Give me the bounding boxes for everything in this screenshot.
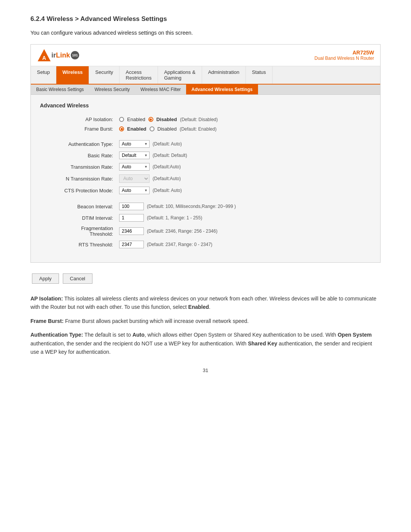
basic-rate-value: Default (Default: Default)	[116, 150, 371, 161]
tx-rate-select-wrapper: Auto	[119, 163, 150, 171]
auth-type-hint: (Default: Auto)	[153, 141, 182, 147]
tab-admin[interactable]: Administration	[202, 66, 246, 84]
settings-table: AP Isolation: Enabled Disabled (Default:…	[40, 115, 371, 255]
tab-security[interactable]: Security	[89, 66, 119, 84]
cts-hint: (Default: Auto)	[153, 188, 182, 193]
page-number: 31	[30, 367, 381, 373]
intro-text: You can configure various advanced wirel…	[30, 30, 381, 36]
rts-input[interactable]	[119, 241, 144, 248]
sub-tabs: Basic Wireless Settings Wireless Securit…	[31, 85, 380, 95]
frame-burst-row: Frame Burst: Enabled Disabled (Default: …	[40, 124, 371, 134]
basic-rate-select[interactable]: Default	[119, 152, 150, 159]
auth-type-shared-bold: Shared Key	[248, 340, 277, 347]
frag-input[interactable]	[119, 227, 144, 235]
n-tx-rate-hint: (Default:Auto)	[153, 176, 181, 181]
tab-status[interactable]: Status	[246, 66, 272, 84]
dtim-label: DTIM Interval:	[40, 212, 116, 224]
beacon-row: Beacon Interval: (Default: 100, Millisec…	[40, 201, 371, 212]
router-logo: A irLink 101	[37, 48, 79, 62]
rts-value: (Default: 2347, Range: 0 - 2347)	[116, 239, 371, 250]
ap-isolation-disabled-radio[interactable]	[148, 117, 153, 122]
basic-rate-row: Basic Rate: Default (Default: Default)	[40, 150, 371, 161]
subtab-advanced[interactable]: Advanced Wireless Settings	[186, 85, 258, 94]
frag-value: (Default: 2346, Range: 256 - 2346)	[116, 224, 371, 239]
rts-hint: (Default: 2347, Range: 0 - 2347)	[147, 242, 212, 247]
frame-burst-value: Enabled Disabled (Default: Enabled)	[116, 124, 371, 134]
auth-type-desc: Authentication Type: The default is set …	[30, 331, 381, 356]
basic-rate-select-wrapper: Default	[119, 152, 150, 159]
ap-isolation-row: AP Isolation: Enabled Disabled (Default:…	[40, 115, 371, 124]
tx-rate-select[interactable]: Auto	[119, 163, 150, 171]
beacon-input[interactable]	[119, 203, 144, 210]
frame-burst-disabled-label: Disabled	[158, 126, 177, 132]
n-tx-rate-row: N Transmission Rate: Auto (Default:Auto)	[40, 173, 371, 185]
router-header: A irLink 101 AR725W Dual Band Wireless N…	[31, 45, 380, 66]
subtab-security[interactable]: Wireless Security	[89, 85, 135, 94]
ap-isolation-hint: (Default: Disabled)	[180, 117, 218, 122]
frame-burst-hint: (Default: Enabled)	[180, 126, 217, 132]
model-name: AR725W	[314, 50, 374, 56]
button-row: Apply Cancel	[30, 273, 381, 284]
logo-ir: ir	[51, 51, 56, 59]
beacon-label: Beacon Interval:	[40, 201, 116, 212]
frame-burst-desc: Frame Burst: Frame Burst allows packet b…	[30, 317, 381, 325]
beacon-value: (Default: 100, Milliseconds,Range: 20~99…	[116, 201, 371, 212]
ap-isolation-value: Enabled Disabled (Default: Disabled)	[116, 115, 371, 124]
auth-type-label: Authentication Type:	[40, 138, 116, 150]
ap-isolation-desc: AP Isolation: This isolates all wireless…	[30, 294, 381, 312]
frag-row: FragmentationThreshold: (Default: 2346, …	[40, 224, 371, 239]
frag-hint: (Default: 2346, Range: 256 - 2346)	[147, 228, 217, 234]
airlink-logo-icon: A	[37, 48, 51, 62]
ap-isolation-desc-title: AP Isolation:	[30, 296, 63, 302]
dtim-input[interactable]	[119, 214, 144, 222]
logo-link: Link	[56, 51, 70, 59]
cts-value: Auto (Default: Auto)	[116, 185, 371, 196]
descriptions: AP Isolation: This isolates all wireless…	[30, 294, 381, 356]
dtim-hint: (Default: 1, Range: 1 - 255)	[147, 215, 202, 220]
auth-type-select-wrapper: Auto	[119, 140, 150, 148]
auth-type-select[interactable]: Auto	[119, 140, 150, 148]
rts-label: RTS Threshold:	[40, 239, 116, 250]
content-area: Advanced Wireless AP Isolation: Enabled …	[31, 95, 380, 262]
ap-isolation-enabled-radio[interactable]	[119, 117, 124, 122]
basic-rate-hint: (Default: Default)	[153, 153, 187, 158]
tab-wireless[interactable]: Wireless	[56, 66, 89, 84]
beacon-hint: (Default: 100, Milliseconds,Range: 20~99…	[147, 204, 236, 209]
frame-burst-desc-title: Frame Burst:	[30, 318, 64, 324]
auth-type-row: Authentication Type: Auto (Default: Auto…	[40, 138, 371, 150]
frame-burst-disabled-radio[interactable]	[150, 126, 155, 131]
ap-isolation-disabled-label: Disabled	[156, 117, 177, 122]
cts-select[interactable]: Auto	[119, 187, 150, 194]
router-ui: A irLink 101 AR725W Dual Band Wireless N…	[30, 44, 381, 263]
frame-burst-label: Frame Burst:	[40, 124, 116, 134]
subtab-mac[interactable]: Wireless MAC Filter	[135, 85, 186, 94]
cts-row: CTS Protection Mode: Auto (Default: Auto…	[40, 185, 371, 196]
dtim-value: (Default: 1, Range: 1 - 255)	[116, 212, 371, 224]
n-tx-rate-select[interactable]: Auto	[119, 174, 150, 183]
model-desc: Dual Band Wireless N Router	[314, 56, 374, 61]
router-model: AR725W Dual Band Wireless N Router	[314, 50, 374, 61]
tx-rate-row: Transmission Rate: Auto (Default:Auto)	[40, 161, 371, 173]
cancel-button[interactable]: Cancel	[63, 273, 92, 284]
page-heading: 6.2.4 Wireless > Advanced Wireless Setti…	[30, 15, 381, 23]
basic-rate-label: Basic Rate:	[40, 150, 116, 161]
frame-burst-enabled-radio[interactable]	[119, 126, 124, 131]
dtim-row: DTIM Interval: (Default: 1, Range: 1 - 2…	[40, 212, 371, 224]
cts-label: CTS Protection Mode:	[40, 185, 116, 196]
tx-rate-value: Auto (Default:Auto)	[116, 161, 371, 173]
tab-access[interactable]: AccessRestrictions	[119, 66, 158, 84]
subtab-basic[interactable]: Basic Wireless Settings	[31, 85, 89, 94]
tx-rate-hint: (Default:Auto)	[153, 164, 181, 169]
frag-label: FragmentationThreshold:	[40, 224, 116, 239]
logo-sub-circle: 101	[71, 51, 79, 59]
cts-select-wrapper: Auto	[119, 187, 150, 194]
tab-apps[interactable]: Applications &Gaming	[158, 66, 202, 84]
n-tx-rate-value: Auto (Default:Auto)	[116, 173, 371, 185]
tab-setup[interactable]: Setup	[31, 66, 56, 84]
ap-isolation-label: AP Isolation:	[40, 115, 116, 124]
apply-button[interactable]: Apply	[32, 273, 59, 284]
auth-type-value: Auto (Default: Auto)	[116, 138, 371, 150]
rts-row: RTS Threshold: (Default: 2347, Range: 0 …	[40, 239, 371, 250]
section-title: Advanced Wireless	[40, 102, 371, 109]
auth-type-desc-title: Authentication Type:	[30, 332, 83, 338]
